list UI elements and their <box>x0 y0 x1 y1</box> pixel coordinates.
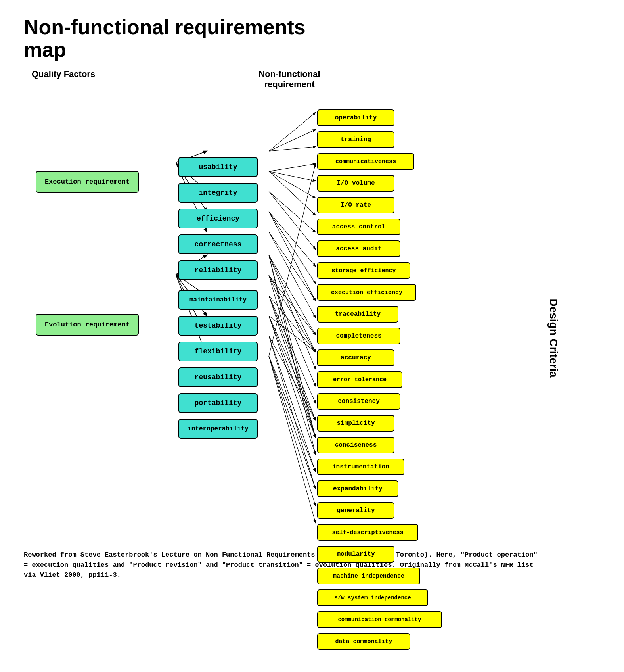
svg-line-15 <box>269 171 315 181</box>
svg-line-38 <box>269 316 315 352</box>
access-audit-box: access audit <box>317 240 400 257</box>
svg-line-33 <box>269 276 315 438</box>
svg-line-35 <box>269 296 315 403</box>
svg-line-36 <box>269 296 315 420</box>
svg-line-16 <box>269 171 315 198</box>
svg-line-11 <box>269 113 315 151</box>
instrumentation-box: instrumentation <box>317 459 404 475</box>
evolution-requirement-box: Evolution requirement <box>36 314 139 336</box>
conciseness-box: conciseness <box>317 437 394 453</box>
communication-commonality-box: communication commonality <box>317 611 442 628</box>
access-control-box: access control <box>317 219 400 235</box>
traceability-box: traceability <box>317 306 398 323</box>
svg-line-25 <box>269 255 315 335</box>
integrity-box: integrity <box>178 183 258 203</box>
footer-text: Reworked from Steve Easterbrook's Lectur… <box>24 550 539 580</box>
svg-line-17 <box>269 171 315 215</box>
svg-line-23 <box>269 232 315 318</box>
flexibility-box: flexibility <box>178 342 258 361</box>
svg-line-31 <box>269 276 315 352</box>
sw-system-independence-box: s/w system independence <box>317 589 428 606</box>
error-tolerance-box: error tolerance <box>317 371 402 388</box>
svg-line-27 <box>269 255 315 369</box>
generality-box: generality <box>317 502 394 519</box>
svg-line-18 <box>269 192 315 232</box>
expandability-box: expandability <box>317 480 398 497</box>
storage-efficiency-box: storage efficiency <box>317 262 410 279</box>
completeness-box: completeness <box>317 328 400 344</box>
svg-line-41 <box>269 316 315 454</box>
svg-line-30 <box>269 276 315 335</box>
svg-line-13 <box>269 147 315 151</box>
svg-line-49 <box>269 356 315 523</box>
svg-line-42 <box>269 336 315 420</box>
svg-line-21 <box>269 212 315 284</box>
svg-line-22 <box>269 212 315 301</box>
portability-box: portability <box>178 393 258 413</box>
usability-box: usability <box>178 157 258 177</box>
efficiency-box: efficiency <box>178 209 258 228</box>
svg-line-26 <box>269 255 315 352</box>
design-criteria-label: Design Criteria <box>547 299 559 378</box>
svg-line-29 <box>269 255 315 455</box>
testability-box: testability <box>178 316 258 336</box>
svg-line-44 <box>269 336 315 489</box>
accuracy-box: accuracy <box>317 349 394 366</box>
modularity-box: modularity <box>317 546 394 563</box>
svg-line-34 <box>269 296 315 352</box>
svg-line-40 <box>269 316 315 437</box>
svg-line-43 <box>269 336 315 471</box>
svg-line-24 <box>269 232 315 301</box>
svg-line-46 <box>269 356 315 472</box>
simplicity-box: simplicity <box>317 415 394 432</box>
svg-line-39 <box>269 316 315 420</box>
self-descriptiveness-box: self-descriptiveness <box>317 524 418 541</box>
reusability-box: reusability <box>178 367 258 387</box>
execution-requirement-box: Execution requirement <box>36 171 139 193</box>
data-commonality-box: data commonality <box>317 633 410 650</box>
execution-efficiency-box: execution efficiency <box>317 284 416 301</box>
svg-line-28 <box>269 255 315 438</box>
column-labels: Quality Factors Non-functionalrequiremen… <box>24 69 600 90</box>
svg-line-32 <box>269 276 315 386</box>
page-title: Non-functional requirements map <box>24 16 309 61</box>
maintainability-box: maintainability <box>178 290 258 310</box>
operability-box: operability <box>317 109 394 126</box>
training-box: training <box>317 131 394 148</box>
svg-line-47 <box>269 356 315 489</box>
correctness-box: correctness <box>178 234 258 254</box>
io-volume-box: I/O volume <box>317 175 394 192</box>
io-rate-box: I/O rate <box>317 197 394 213</box>
consistency-box: consistency <box>317 393 400 410</box>
page-container: Non-functional requirements map Quality … <box>0 0 624 672</box>
svg-line-14 <box>269 164 315 171</box>
svg-line-37 <box>269 296 315 437</box>
communicativeness-box: communicativeness <box>317 153 414 170</box>
svg-line-20 <box>269 212 315 267</box>
svg-line-19 <box>269 192 315 250</box>
quality-factors-label: Quality Factors <box>32 69 143 90</box>
svg-line-45 <box>269 164 315 356</box>
nfr-label: Non-functionalrequirement <box>234 69 345 90</box>
diagram: Execution requirement Evolution requirem… <box>24 94 595 538</box>
interoperability-box: interoperability <box>178 419 258 439</box>
machine-independence-box: machine independence <box>317 568 420 584</box>
svg-line-48 <box>269 356 315 506</box>
reliability-box: reliability <box>178 260 258 280</box>
svg-line-12 <box>269 130 315 151</box>
